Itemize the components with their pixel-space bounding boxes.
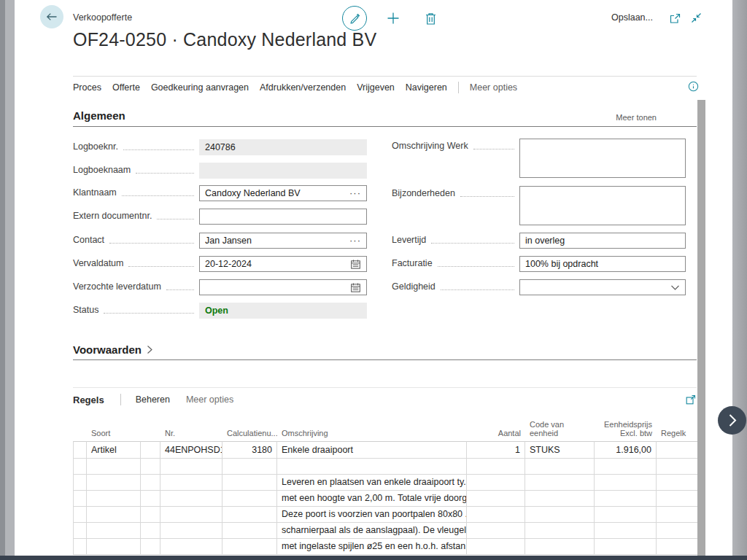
table-cell[interactable]: scharnierpaal als de aanslagpaal). De vl…	[277, 523, 467, 539]
table-cell[interactable]	[657, 523, 697, 539]
table-cell[interactable]	[222, 491, 277, 507]
calendar-icon[interactable]	[350, 282, 361, 293]
table-cell[interactable]	[73, 459, 87, 475]
table-cell[interactable]: Enkele draaipoort	[277, 441, 467, 459]
table-cell[interactable]	[160, 491, 222, 507]
table-cell[interactable]	[657, 539, 697, 555]
table-cell[interactable]	[595, 523, 657, 539]
column-header[interactable]: Soort	[87, 419, 141, 441]
table-cell[interactable]	[595, 539, 657, 555]
edit-button[interactable]	[342, 6, 367, 31]
table-cell[interactable]	[141, 441, 160, 459]
section-algemeen[interactable]: Algemeen	[73, 109, 125, 122]
table-cell[interactable]: 1.916,00	[595, 441, 657, 459]
table-cell[interactable]	[595, 475, 657, 491]
table-cell[interactable]	[87, 475, 141, 491]
table-cell[interactable]	[525, 491, 595, 507]
table-cell[interactable]: Leveren en plaatsen van enkele draaipoor…	[277, 475, 467, 491]
table-cell[interactable]	[525, 475, 595, 491]
column-header[interactable]: Nr.	[160, 419, 222, 441]
table-cell[interactable]: met ingelaste spijlen ø25 en een h.o.h. …	[277, 539, 467, 555]
menu-proces[interactable]: Proces	[73, 82, 101, 93]
field-klantnaam[interactable]: Candoxy Nederland BV···	[199, 185, 367, 201]
open-in-window-button[interactable]	[667, 11, 682, 26]
column-header[interactable]: Aantal	[467, 419, 525, 441]
table-cell[interactable]	[73, 475, 87, 491]
column-header[interactable]: Calculatienu...	[222, 419, 277, 441]
table-cell[interactable]: Artikel	[87, 441, 141, 459]
tab-regels[interactable]: Regels	[73, 394, 104, 405]
menu-offerte[interactable]: Offerte	[112, 82, 140, 93]
table-cell[interactable]: 1	[467, 441, 525, 459]
lookup-ellipsis-icon[interactable]: ···	[349, 190, 361, 197]
table-cell[interactable]	[87, 491, 141, 507]
field-logboeknr[interactable]: 240786	[199, 139, 367, 155]
table-cell[interactable]	[222, 459, 277, 475]
table-cell[interactable]	[657, 507, 697, 523]
table-cell[interactable]	[467, 459, 525, 475]
column-header[interactable]: Regelk	[657, 419, 697, 441]
table-cell[interactable]	[222, 539, 277, 555]
table-cell[interactable]	[87, 459, 141, 475]
menu-afdrukken-verzenden[interactable]: Afdrukken/verzenden	[260, 82, 346, 93]
expand-grid-icon[interactable]	[685, 394, 697, 405]
table-cell[interactable]	[525, 459, 595, 475]
field-contact[interactable]: Jan Jansen···	[199, 233, 367, 249]
column-header[interactable]: EenheidsprijsExcl. btw	[595, 419, 657, 441]
info-icon[interactable]	[688, 81, 699, 92]
table-cell[interactable]	[222, 475, 277, 491]
field-logboeknaam[interactable]	[199, 163, 367, 179]
field-omschrijving-werk[interactable]	[519, 139, 686, 178]
field-geldigheid[interactable]	[519, 279, 686, 295]
show-more-link[interactable]: Meer tonen	[616, 113, 657, 122]
field-bijzonderheden[interactable]	[519, 186, 686, 225]
table-cell[interactable]	[87, 539, 141, 555]
table-cell[interactable]	[73, 539, 87, 555]
table-cell[interactable]	[657, 459, 697, 475]
collapse-button[interactable]	[689, 10, 703, 25]
table-cell[interactable]	[87, 507, 141, 523]
table-cell[interactable]	[160, 507, 222, 523]
table-cell[interactable]	[595, 507, 657, 523]
table-cell[interactable]	[73, 523, 87, 539]
breadcrumb[interactable]: Verkoopofferte	[73, 12, 132, 23]
regels-more-options[interactable]: Meer opties	[186, 394, 233, 405]
menu-more-options[interactable]: Meer opties	[470, 82, 517, 93]
table-cell[interactable]: STUKS	[525, 441, 595, 459]
field-levertijd[interactable]: in overleg	[519, 233, 686, 249]
field-vervaldatum[interactable]: 20-12-2024	[199, 256, 367, 272]
table-cell[interactable]	[467, 475, 525, 491]
table-cell[interactable]	[222, 523, 277, 539]
table-cell[interactable]	[467, 507, 525, 523]
field-extern-documentnr[interactable]	[199, 209, 367, 225]
table-cell[interactable]	[595, 459, 657, 475]
next-page-button[interactable]	[718, 406, 746, 435]
table-cell[interactable]: Deze poort is voorzien van poortpalen 80…	[277, 507, 467, 523]
table-cell[interactable]	[160, 459, 222, 475]
column-header[interactable]	[141, 419, 160, 441]
vertical-scrollbar[interactable]	[697, 100, 705, 556]
table-cell[interactable]	[467, 491, 525, 507]
table-cell[interactable]	[73, 507, 87, 523]
table-cell[interactable]	[525, 523, 595, 539]
regels-beheren[interactable]: Beheren	[136, 394, 170, 405]
table-cell[interactable]	[73, 491, 87, 507]
field-verzochte-leverdatum[interactable]	[199, 279, 367, 295]
table-cell[interactable]	[277, 459, 467, 475]
table-cell[interactable]	[141, 507, 160, 523]
table-cell[interactable]	[141, 539, 160, 555]
table-cell[interactable]	[595, 491, 657, 507]
menu-goedkeuring-aanvragen[interactable]: Goedkeuring aanvragen	[151, 82, 249, 93]
menu-vrijgeven[interactable]: Vrijgeven	[357, 82, 395, 93]
back-button[interactable]	[40, 5, 63, 28]
table-cell[interactable]	[141, 523, 160, 539]
table-cell[interactable]	[467, 539, 525, 555]
column-header[interactable]: Omschrijving	[277, 419, 467, 441]
menu-navigeren[interactable]: Navigeren	[406, 82, 447, 93]
table-cell[interactable]	[525, 507, 595, 523]
table-cell[interactable]	[141, 475, 160, 491]
table-cell[interactable]	[87, 523, 141, 539]
table-cell[interactable]	[657, 491, 697, 507]
section-voorwaarden[interactable]: Voorwaarden	[73, 343, 153, 356]
delete-button[interactable]	[422, 10, 438, 26]
